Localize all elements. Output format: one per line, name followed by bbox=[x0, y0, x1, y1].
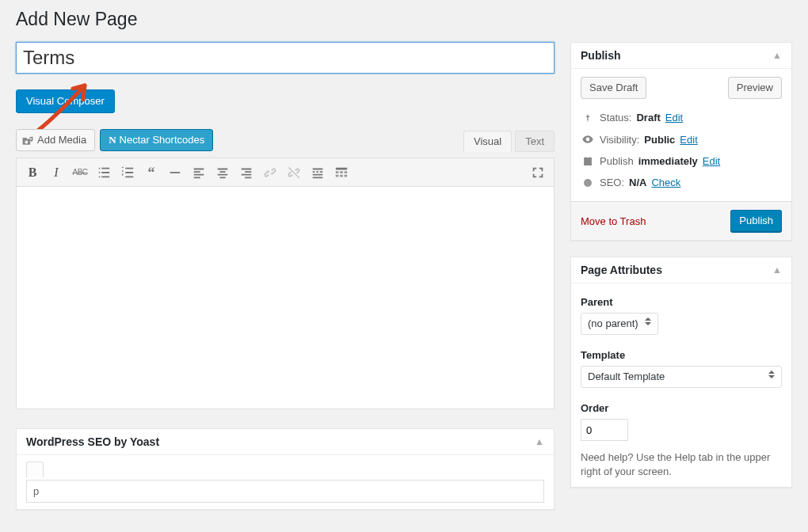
align-right-button[interactable] bbox=[235, 162, 257, 183]
publish-title: Publish bbox=[581, 49, 621, 62]
order-input[interactable] bbox=[581, 419, 628, 441]
svg-rect-4 bbox=[345, 171, 348, 173]
status-value: Draft bbox=[636, 112, 660, 124]
attributes-title: Page Attributes bbox=[581, 264, 662, 276]
bullet-list-button[interactable] bbox=[93, 162, 115, 183]
bold-button[interactable]: B bbox=[21, 162, 44, 183]
page-attributes-metabox: Page Attributes ▲ Parent (no parent) Tem… bbox=[570, 256, 792, 488]
seo-metabox: WordPress SEO by Yoast ▲ p bbox=[16, 428, 555, 510]
status-label: Status: bbox=[600, 112, 631, 124]
link-button[interactable] bbox=[259, 162, 281, 183]
visibility-edit-link[interactable]: Edit bbox=[680, 134, 697, 146]
editor-tab-visual[interactable]: Visual bbox=[463, 131, 512, 152]
publish-date-label: Publish bbox=[600, 155, 634, 167]
visibility-label: Visibility: bbox=[600, 134, 639, 146]
seo-box-title: WordPress SEO by Yoast bbox=[26, 435, 159, 448]
editor-tab-text[interactable]: Text bbox=[515, 131, 555, 152]
add-media-button[interactable]: Add Media bbox=[16, 129, 95, 151]
publish-collapse-icon[interactable]: ▲ bbox=[772, 50, 782, 61]
nectar-shortcodes-button[interactable]: NNectar Shortcodes bbox=[100, 129, 213, 151]
visibility-value: Public bbox=[644, 134, 675, 146]
pin-icon bbox=[581, 112, 595, 124]
page-title: Add New Page bbox=[16, 8, 792, 31]
seo-content-row: p bbox=[26, 480, 544, 503]
editor-toolbar: B I ABC “ bbox=[17, 158, 554, 187]
italic-button[interactable]: I bbox=[45, 162, 67, 183]
strikethrough-button[interactable]: ABC bbox=[69, 162, 91, 183]
save-draft-button[interactable]: Save Draft bbox=[581, 77, 646, 99]
svg-rect-5 bbox=[336, 174, 339, 177]
add-media-label: Add Media bbox=[37, 130, 86, 150]
parent-select[interactable]: (no parent) bbox=[581, 313, 658, 335]
attributes-collapse-icon[interactable]: ▲ bbox=[772, 264, 782, 276]
page-title-input[interactable] bbox=[16, 42, 555, 74]
horizontal-rule-button[interactable] bbox=[164, 162, 186, 183]
order-label: Order bbox=[581, 402, 782, 414]
blockquote-button[interactable]: “ bbox=[140, 162, 162, 183]
content-editable-area[interactable] bbox=[17, 187, 554, 408]
svg-rect-1 bbox=[336, 167, 347, 169]
publish-date-edit-link[interactable]: Edit bbox=[703, 155, 720, 167]
svg-rect-2 bbox=[336, 171, 339, 173]
publish-metabox: Publish ▲ Save Draft Preview Status: Dra… bbox=[570, 42, 792, 241]
status-edit-link[interactable]: Edit bbox=[665, 112, 683, 124]
preview-button[interactable]: Preview bbox=[728, 77, 782, 99]
move-to-trash-link[interactable]: Move to Trash bbox=[581, 215, 646, 227]
unlink-button[interactable] bbox=[283, 162, 305, 183]
publish-date-value: immediately bbox=[638, 155, 698, 167]
eye-icon bbox=[581, 133, 595, 146]
fullscreen-button[interactable] bbox=[527, 162, 549, 183]
calendar-icon bbox=[581, 156, 595, 167]
seo-collapse-icon[interactable]: ▲ bbox=[535, 436, 544, 447]
template-select[interactable]: Default Template bbox=[581, 366, 782, 388]
svg-point-8 bbox=[584, 179, 592, 187]
attributes-help-text: Need help? Use the Help tab in the upper… bbox=[581, 450, 782, 479]
visual-composer-button[interactable]: Visual Composer bbox=[16, 89, 115, 113]
seo-tab[interactable] bbox=[26, 462, 44, 477]
content-editor: B I ABC “ bbox=[16, 158, 555, 409]
align-left-button[interactable] bbox=[188, 162, 210, 183]
seo-value: N/A bbox=[629, 177, 646, 188]
svg-rect-7 bbox=[345, 174, 348, 177]
parent-label: Parent bbox=[581, 296, 782, 308]
svg-rect-0 bbox=[170, 172, 181, 173]
svg-rect-6 bbox=[340, 174, 343, 177]
publish-button[interactable]: Publish bbox=[730, 210, 782, 232]
seo-label: SEO: bbox=[600, 177, 624, 188]
nectar-prefix-icon: N bbox=[109, 134, 116, 146]
camera-music-icon bbox=[21, 134, 34, 146]
nectar-label: Nectar Shortcodes bbox=[120, 134, 205, 146]
seo-check-link[interactable]: Check bbox=[651, 177, 680, 188]
template-label: Template bbox=[581, 349, 782, 361]
svg-rect-3 bbox=[340, 171, 343, 173]
insert-more-button[interactable] bbox=[307, 162, 329, 183]
seo-dot-icon bbox=[581, 178, 595, 188]
numbered-list-button[interactable] bbox=[116, 162, 139, 183]
toolbar-toggle-button[interactable] bbox=[330, 162, 353, 183]
align-center-button[interactable] bbox=[212, 162, 234, 183]
